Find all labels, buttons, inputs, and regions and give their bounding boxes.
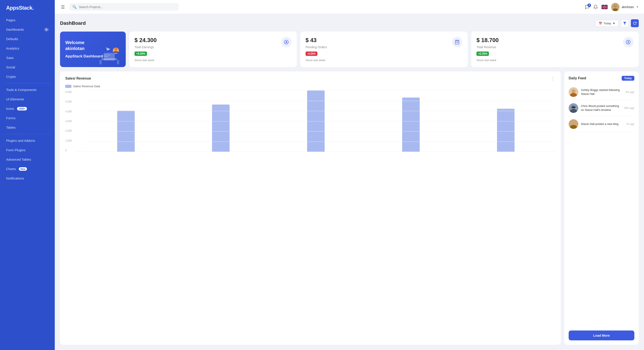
sidebar-item-label: Advanced Tables <box>6 158 31 161</box>
icons-badge: 1500+ <box>17 107 27 111</box>
main-grid: Sales/ Revenue ⋮ Sales/ Revenue Data 6,0… <box>60 72 639 345</box>
sidebar-item-social[interactable]: Social <box>0 63 55 72</box>
sidebar-item-label: Form Plugins <box>6 148 26 152</box>
main-wrapper: ☰ 🔍 9 <box>55 0 644 350</box>
flag-icon[interactable] <box>602 5 608 9</box>
svg-rect-9 <box>100 60 102 65</box>
chart-panel: Sales/ Revenue ⋮ Sales/ Revenue Data 6,0… <box>60 72 561 345</box>
bar-col-1 <box>174 105 268 152</box>
bar-col-3 <box>364 98 458 152</box>
filter-button[interactable] <box>621 19 629 27</box>
svg-point-18 <box>572 89 576 93</box>
svg-point-25 <box>572 121 576 125</box>
feed-item: Ashley Briggs started following Stacie H… <box>569 84 634 100</box>
stat-card-revenue: $ 18.700 Total Revenue +2.35% Since last… <box>471 32 639 67</box>
bar-col-2 <box>268 90 364 152</box>
revenue-icon <box>623 37 634 47</box>
menu-icon[interactable]: ☰ <box>60 4 66 11</box>
chart-legend: Sales/ Revenue Data <box>65 85 556 88</box>
bar-0[interactable] <box>117 111 135 152</box>
bar-4[interactable] <box>497 109 514 152</box>
feed-item-content: Stacie Hall posted a new blog <box>581 122 624 126</box>
revenue-badge-row: +2.35% <box>476 52 634 56</box>
feed-panel: Daily Feed Today Ashley Briggs started f… <box>564 72 639 345</box>
sidebar-divider-1 <box>4 83 50 83</box>
earnings-icon <box>281 37 292 47</box>
bell-icon-btn[interactable] <box>593 5 598 10</box>
sidebar-item-plugins[interactable]: Plugins and Addons <box>0 136 55 145</box>
chart-title: Sales/ Revenue <box>65 77 91 80</box>
y-label-1000: 1,000 <box>65 139 72 142</box>
legend-label: Sales/ Revenue Data <box>73 85 100 88</box>
legend-color <box>65 85 72 88</box>
sidebar-item-ui[interactable]: UI Elements <box>0 95 55 104</box>
welcome-illustration <box>95 43 124 67</box>
load-more-button[interactable]: Load More <box>569 330 634 340</box>
chart-header: Sales/ Revenue ⋮ <box>65 76 556 81</box>
sidebar-item-label: Forms <box>6 116 16 120</box>
logo: AppsStack. <box>0 0 55 15</box>
page-title: DashBoard <box>60 20 86 26</box>
sidebar-item-crypto[interactable]: Crypto <box>0 72 55 81</box>
sidebar-item-label: Dashboards <box>6 28 24 31</box>
stats-row: Welcome akinlotan AppStack Dashboard <box>60 32 639 67</box>
bar-chart-wrapper: 6,000 5,000 4,000 3,000 2,000 1,000 0 <box>65 91 556 161</box>
sidebar-nav: Pages Dashboards 5 Defaults Analytics Sa… <box>0 15 55 183</box>
sidebar-item-label: Plugins and Addons <box>6 139 35 142</box>
svg-rect-10 <box>117 60 119 65</box>
earnings-amount: $ 24.300 <box>134 37 292 44</box>
sidebar-item-advanced-tables[interactable]: Advanced Tables <box>0 155 55 164</box>
search-bar[interactable]: 🔍 <box>69 3 179 11</box>
sidebar-item-icons[interactable]: Icons 1500+ <box>0 104 55 113</box>
main-content: DashBoard 📅 Today ▼ <box>55 14 644 350</box>
svg-marker-4 <box>623 22 626 25</box>
sidebar-item-dashboards[interactable]: Dashboards 5 <box>0 25 55 34</box>
sidebar-item-label: Charts <box>6 167 16 171</box>
chat-icon-btn[interactable]: 9 <box>585 5 590 10</box>
stat-card-orders: $ 43 Pending Orders -4.25% Since last we… <box>300 32 468 67</box>
user-profile[interactable]: akinlotan ▼ <box>611 3 639 11</box>
orders-label: Pending Orders <box>306 45 463 49</box>
feed-avatar <box>569 87 578 97</box>
feed-item-text: Stacie Hall posted a new blog <box>581 122 624 126</box>
search-input[interactable] <box>79 5 176 9</box>
revenue-badge: +2.35% <box>476 52 489 56</box>
feed-item-content: Chris Wood posted something on Stacie Ha… <box>581 104 622 112</box>
chart-more-icon[interactable]: ⋮ <box>551 76 556 81</box>
sidebar-item-pages[interactable]: Pages <box>0 15 55 25</box>
username: akinlotan <box>622 5 634 9</box>
revenue-amount: $ 18.700 <box>476 37 634 44</box>
sidebar-item-label: Tables <box>6 126 16 129</box>
orders-badge: -4.25% <box>306 52 318 56</box>
feed-item-text: Ashley Briggs started following Stacie H… <box>581 88 623 96</box>
header: ☰ 🔍 9 <box>55 0 644 14</box>
sidebar-item-saas[interactable]: Saas <box>0 53 55 63</box>
sidebar-item-notifications[interactable]: Notifications <box>0 174 55 183</box>
sidebar-item-analytics[interactable]: Analytics <box>0 44 55 53</box>
y-label-5000: 5,000 <box>65 100 72 103</box>
chevron-down-icon: ▼ <box>636 6 639 9</box>
sidebar-item-form-plugins[interactable]: Form Plugins <box>0 145 55 155</box>
feed-item: Stacie Hall posted a new blog 1h ago <box>569 116 634 132</box>
sidebar-item-defaults[interactable]: Defaults <box>0 34 55 44</box>
bar-3[interactable] <box>402 98 420 152</box>
chevron-down-icon: ▼ <box>612 22 615 25</box>
sidebar-item-label: Pages <box>6 18 16 22</box>
sidebar-item-charts[interactable]: Charts New <box>0 164 55 174</box>
bar-col-4 <box>458 109 553 152</box>
feed-item-content: Ashley Briggs started following Stacie H… <box>581 88 623 96</box>
refresh-button[interactable] <box>631 19 639 27</box>
feed-avatar <box>569 103 578 113</box>
calendar-icon: 📅 <box>599 22 602 25</box>
page-header: DashBoard 📅 Today ▼ <box>60 19 639 27</box>
sidebar-item-forms[interactable]: Forms <box>0 113 55 123</box>
bar-2[interactable] <box>307 90 325 152</box>
feed-item-time: 30m ago <box>624 107 634 110</box>
sidebar-item-label: Notifications <box>6 176 24 180</box>
sidebar-item-tools[interactable]: Tools & Components <box>0 85 55 95</box>
avatar <box>611 3 620 11</box>
sidebar-item-tables[interactable]: Tables <box>0 123 55 132</box>
page-header-actions: 📅 Today ▼ <box>595 19 639 27</box>
date-filter-button[interactable]: 📅 Today ▼ <box>595 20 618 27</box>
bar-1[interactable] <box>212 105 230 152</box>
